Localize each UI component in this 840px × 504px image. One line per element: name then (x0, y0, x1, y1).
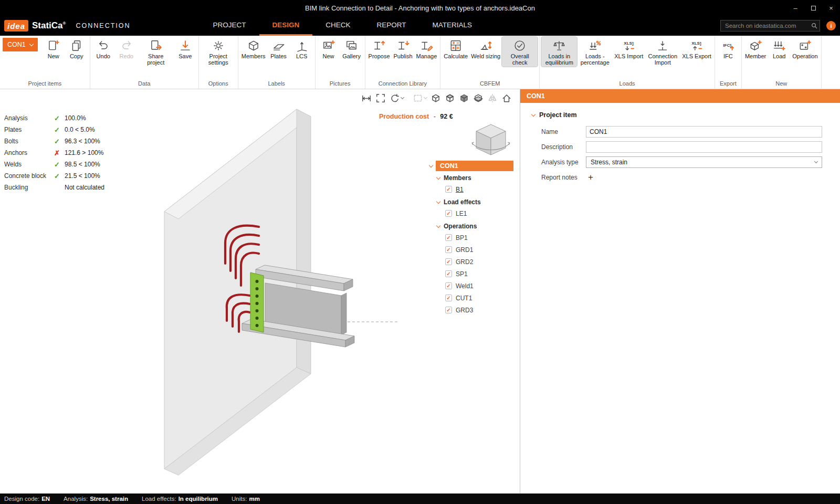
tab-materials[interactable]: MATERIALS (419, 16, 486, 36)
home-view-button[interactable] (501, 92, 512, 104)
xls-export-button[interactable]: XLS] XLS Export (680, 37, 713, 61)
project-item-selector[interactable]: CON1 (3, 38, 38, 51)
ribbon-group-cbfem: Calculate Weld sizing Overall check CBFE… (440, 36, 540, 89)
section-view-button[interactable] (412, 92, 427, 104)
checkbox-checked-icon[interactable]: ✓ (445, 270, 452, 277)
close-button[interactable]: × (822, 0, 840, 16)
gallery-button[interactable]: Gallery (340, 37, 363, 61)
new-load-button[interactable]: Load (768, 37, 791, 61)
propose-button[interactable]: Propose (367, 37, 392, 61)
tree-section-members[interactable]: Members (429, 171, 513, 183)
idea-statica-logo: idea StatiCa® CONNECTION (4, 20, 131, 32)
rotate-view-icon (390, 93, 400, 103)
check-icon: ✓ (54, 138, 65, 145)
tree-item-le1[interactable]: ✓LE1 (429, 207, 513, 219)
checkbox-checked-icon[interactable]: ✓ (445, 295, 452, 301)
labels-plates-button[interactable]: Plates (267, 37, 290, 61)
tree-item-weld1[interactable]: ✓Weld1 (429, 280, 513, 292)
tree-item-grd3[interactable]: ✓GRD3 (429, 304, 513, 316)
loads-in-equilibrium-button[interactable]: Loads in equilibrium (541, 37, 577, 67)
tree-root-con1[interactable]: CON1 (436, 161, 513, 171)
new-project-item-button[interactable]: New (42, 37, 65, 61)
weld-sizing-button[interactable]: Weld sizing (469, 37, 502, 61)
loads-percentage-button[interactable]: Loads - percentage (577, 37, 613, 67)
tree-section-operations[interactable]: Operations (429, 219, 513, 232)
status-units: Units:mm (232, 496, 260, 502)
checkbox-checked-icon[interactable]: ✓ (445, 186, 452, 193)
save-icon (178, 39, 192, 52)
search-input[interactable] (720, 20, 820, 32)
measure-button[interactable] (361, 92, 372, 104)
tab-project[interactable]: PROJECT (200, 16, 259, 36)
solid-view-button[interactable] (458, 92, 470, 104)
publish-icon (396, 39, 410, 52)
chevron-down-icon[interactable] (429, 163, 433, 167)
tree-item-sp1[interactable]: ✓SP1 (429, 268, 513, 280)
ifc-export-button[interactable]: IFC] IFC (717, 37, 740, 61)
hidden-line-view-button[interactable] (444, 92, 456, 104)
navigation-cube[interactable] (469, 117, 513, 163)
calculate-button[interactable]: Calculate (442, 37, 469, 61)
new-member-icon (749, 39, 762, 52)
checkbox-checked-icon[interactable]: ✓ (445, 282, 452, 289)
checkbox-checked-icon[interactable]: ✓ (445, 234, 452, 241)
project-settings-button[interactable]: Project settings (201, 37, 236, 67)
chevron-down-icon (531, 112, 536, 116)
alert-icon[interactable]: i (826, 21, 836, 30)
new-picture-button[interactable]: New (317, 37, 340, 61)
redo-button[interactable]: Redo (115, 37, 138, 61)
add-report-note-button[interactable]: + (586, 173, 595, 182)
description-input[interactable] (586, 141, 822, 153)
minimize-button[interactable]: – (786, 0, 804, 16)
mirror-view-button[interactable] (487, 92, 498, 104)
rotate-view-button[interactable] (389, 92, 404, 104)
name-input[interactable] (586, 126, 822, 138)
home-icon (501, 93, 512, 103)
labels-members-button[interactable]: Members (240, 37, 267, 61)
publish-button[interactable]: Publish (392, 37, 415, 61)
share-project-button[interactable]: Share project (138, 37, 174, 67)
copy-project-item-button[interactable]: Copy (65, 37, 88, 61)
window-title: BIM link Connection to Detail - Anchorin… (0, 4, 840, 12)
copy-icon (70, 39, 83, 52)
tree-section-load-effects[interactable]: Load effects (429, 195, 513, 207)
tab-design[interactable]: DESIGN (259, 16, 313, 36)
status-load-effects: Load effects:In equilibrium (142, 496, 218, 502)
clip-plane-button[interactable] (472, 92, 484, 104)
checkbox-checked-icon[interactable]: ✓ (445, 210, 452, 217)
tab-check[interactable]: CHECK (312, 16, 363, 36)
new-operation-button[interactable]: Operation (791, 37, 819, 61)
maximize-button[interactable] (804, 0, 822, 16)
svg-text:XLS]: XLS] (691, 41, 701, 46)
wireframe-view-button[interactable] (430, 92, 442, 104)
undo-button[interactable]: Undo (92, 37, 115, 61)
maximize-icon (811, 6, 816, 10)
labels-lcs-button[interactable]: LCS (290, 37, 313, 61)
ribbon-group-new: Member Load Operation New (742, 36, 822, 89)
clip-plane-icon (473, 93, 484, 103)
new-item-icon (47, 39, 60, 52)
tree-item-bp1[interactable]: ✓BP1 (429, 232, 513, 244)
fit-view-button[interactable] (375, 92, 386, 104)
xls-import-button[interactable]: XLS] XLS Import (613, 37, 645, 61)
analysis-type-select[interactable]: Stress, strain (586, 156, 822, 168)
overall-check-button[interactable]: Overall check (502, 37, 538, 67)
tree-item-b1[interactable]: ✓B1 (429, 183, 513, 195)
tree-item-grd1[interactable]: ✓GRD1 (429, 244, 513, 256)
checkbox-checked-icon[interactable]: ✓ (445, 258, 452, 265)
3d-viewport[interactable]: Analysis✓100.0% Plates✓0.0 < 5.0% Bolts✓… (0, 89, 520, 494)
ribbon-group-connection-library: Propose Publish Manage Connection Librar… (365, 36, 441, 89)
save-button[interactable]: Save (174, 37, 197, 61)
properties-header: CON1 (520, 89, 840, 103)
checkbox-checked-icon[interactable]: ✓ (445, 307, 452, 313)
result-row: Analysis✓100.0% (4, 112, 104, 124)
tab-report[interactable]: REPORT (364, 16, 419, 36)
tree-item-grd2[interactable]: ✓GRD2 (429, 256, 513, 268)
connection-import-button[interactable]: Connection Import (645, 37, 680, 67)
tree-item-cut1[interactable]: ✓CUT1 (429, 292, 513, 304)
manage-button[interactable]: Manage (415, 37, 439, 61)
project-item-section[interactable]: Project item (532, 111, 840, 119)
checkbox-checked-icon[interactable]: ✓ (445, 246, 452, 253)
status-analysis: Analysis:Stress, strain (64, 496, 128, 502)
new-member-button[interactable]: Member (743, 37, 768, 61)
